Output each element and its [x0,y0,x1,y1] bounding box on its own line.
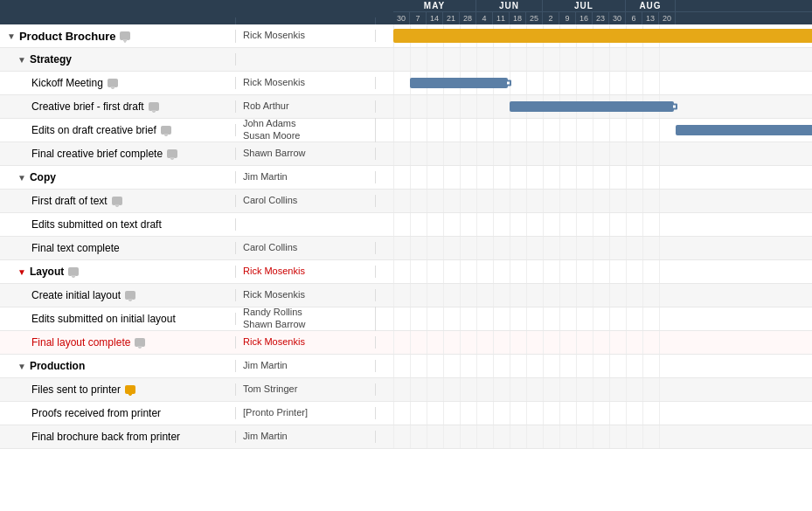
day-cell: 21 [443,12,460,24]
grid-line [393,190,394,212]
gantt-bar[interactable] [393,29,812,43]
grid-line [427,355,427,377]
grid-line [609,355,610,377]
timeline-cell [393,72,812,94]
gantt-bar[interactable] [676,125,812,135]
comment-icon[interactable] [112,197,122,205]
comment-icon[interactable] [120,31,130,40]
grid-line [559,307,560,330]
grid-line [410,331,411,354]
grid-line [410,237,411,259]
grid-line [476,307,477,330]
comment-icon[interactable] [125,385,135,394]
table-row: Creative brief - first draftRob Arthur [0,95,812,119]
comment-icon[interactable] [108,79,118,87]
grid-line [443,48,444,71]
grid-line [443,355,444,377]
grid-line [410,213,411,236]
expand-triangle-icon[interactable]: ▼ [17,362,26,371]
grid-line [659,378,660,401]
grid-line [559,425,560,448]
grid-line [593,307,593,330]
task-label: Final layout complete [31,336,130,349]
grid-line [476,425,477,448]
comment-icon[interactable] [135,338,145,347]
comment-icon[interactable] [125,291,135,300]
grid-line [609,237,610,259]
table-row: Kickoff MeetingRick Mosenkis [0,72,812,95]
grid-line [559,402,560,425]
grid-line [443,331,444,354]
comment-icon[interactable] [149,102,159,111]
day-cell: 9 [559,12,576,24]
grid-line [410,260,411,283]
task-label: Proofs received from printer [31,407,161,419]
grid-line [410,190,411,212]
day-cell: 18 [510,12,526,24]
grid-line [626,402,627,425]
days-row: 30714212841118252916233061320 [393,12,812,24]
grid-line [659,190,660,212]
month-label-aug: AUG [626,0,676,11]
grid-line [493,95,494,118]
grid-line [427,119,427,142]
grid-line [526,142,527,165]
grid-line [593,166,593,189]
grid-line [659,284,660,307]
grid-line [410,425,411,448]
grid-line [476,190,477,212]
grid-line [393,142,394,165]
timeline-cell [393,24,812,47]
grid-line [460,425,461,448]
comment-icon[interactable] [68,267,79,276]
grid-line [493,142,494,165]
task-label: Final brochure back from printer [31,431,180,443]
grid-line [493,307,494,330]
grid-line [659,237,660,259]
comment-icon[interactable] [167,149,177,158]
grid-line [626,72,627,94]
grid-line [609,213,610,236]
col-task-header [0,17,236,24]
grid-line [427,237,427,259]
grid-line [642,402,643,425]
task-label: Edits on draft creative brief [31,124,156,136]
grid-line [427,307,427,330]
bar-end-connector [505,80,511,86]
grid-line [476,142,477,165]
expand-triangle-icon[interactable]: ▼ [17,55,26,65]
gantt-bar[interactable] [410,78,508,88]
grid-line [510,119,510,142]
grid-line [559,260,560,283]
grid-line [642,307,643,330]
grid-line [476,213,477,236]
grid-line [642,48,643,71]
grid-line [543,402,544,425]
task-cell: Final brochure back from printer [0,431,236,443]
timeline-cell [393,119,812,142]
task-cell: Creative brief - first draft [0,100,236,113]
grid-line [427,260,427,283]
expand-triangle-icon[interactable]: ▼ [17,173,26,183]
grid-line [642,72,643,94]
grid-line [427,166,427,189]
task-label: Kickoff Meeting [31,77,103,89]
grid-line [642,213,643,236]
gantt-bar[interactable] [510,101,674,112]
grid-line [642,425,643,448]
task-label: Product Brochure [19,30,116,43]
grid-line [576,355,577,377]
month-label-may: MAY [393,0,476,11]
grid-line [543,119,544,142]
grid-line [659,425,660,448]
expand-triangle-icon[interactable]: ▼ [7,31,16,41]
grid-line [593,355,593,377]
grid-line [593,378,593,401]
expand-triangle-icon[interactable]: ▼ [17,267,26,277]
comment-icon[interactable] [161,126,171,135]
task-cell: Final text complete [0,242,236,254]
table-row: ▼LayoutRick Mosenkis [0,260,812,284]
grid-line [609,402,610,425]
table-row: Final layout completeRick Mosenkis [0,331,812,355]
grid-line [493,402,494,425]
